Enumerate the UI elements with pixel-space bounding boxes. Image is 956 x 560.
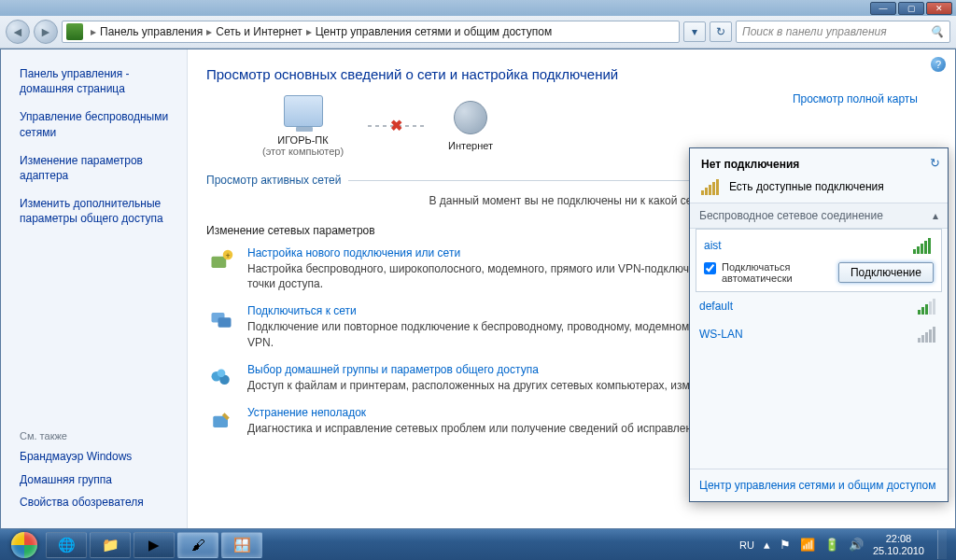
svg-point-7 — [218, 369, 226, 377]
chevron-right-icon: ▸ — [203, 25, 216, 38]
sidebar: Панель управления - домашняя страница Уп… — [1, 49, 188, 528]
signal-available-icon — [701, 178, 722, 195]
tray-date: 25.10.2010 — [873, 545, 924, 557]
taskbar: 🌐 📁 ▶ 🖌 🪟 RU ▴ ⚑ 📶 🔋 🔊 22:08 25.10.2010 — [0, 529, 956, 560]
homegroup-icon — [206, 363, 236, 393]
breadcrumb-item-0[interactable]: Панель управления — [100, 25, 203, 38]
sidebar-link-homegroup[interactable]: Домашняя группа — [20, 472, 176, 487]
internet-label: Интернет — [448, 140, 493, 151]
start-button[interactable] — [6, 531, 43, 558]
search-placeholder: Поиск в панели управления — [742, 25, 887, 38]
chevron-up-icon: ▴ — [933, 209, 938, 222]
svg-rect-0 — [212, 257, 227, 268]
network-item-wslan[interactable]: WS-LAN — [690, 320, 948, 348]
tray-time: 22:08 — [873, 533, 924, 545]
globe-icon — [454, 101, 487, 134]
show-desktop-button[interactable] — [937, 530, 947, 559]
tray-battery-icon[interactable]: 🔋 — [824, 538, 839, 552]
tray-show-hidden-icon[interactable]: ▴ — [764, 538, 770, 552]
chevron-right-icon: ▸ — [302, 25, 316, 38]
signal-strong-icon — [913, 237, 934, 254]
back-button[interactable]: ◄ — [6, 20, 30, 44]
flyout-header: Нет подключения Есть доступные подключен… — [690, 148, 948, 203]
task-homegroup-link[interactable]: Выбор домашней группы и параметров общег… — [247, 363, 539, 376]
connect-icon — [206, 304, 236, 334]
signal-weak-icon — [918, 326, 938, 343]
system-tray: RU ▴ ⚑ 📶 🔋 🔊 22:08 25.10.2010 — [739, 530, 950, 559]
window-titlebar: — ▢ ✕ — [0, 0, 956, 16]
page-title: Просмотр основных сведений о сети и наст… — [206, 66, 929, 82]
map-node-pc: ИГОРЬ-ПК (этот компьютер) — [262, 95, 344, 157]
task-new-connection-link[interactable]: Настройка нового подключения или сети — [247, 246, 460, 259]
flyout-wireless-header[interactable]: Беспроводное сетевое соединение ▴ — [690, 203, 948, 229]
network-ssid-wslan: WS-LAN — [699, 328, 743, 341]
flyout-wireless-label: Беспроводное сетевое соединение — [699, 209, 883, 222]
computer-icon — [284, 95, 323, 127]
network-item-default[interactable]: default — [690, 292, 948, 320]
network-flyout: ↻ Нет подключения Есть доступные подключ… — [689, 147, 949, 502]
windows-orb-icon — [11, 532, 37, 558]
connect-button[interactable]: Подключение — [838, 262, 934, 283]
taskbar-ie[interactable]: 🌐 — [46, 532, 87, 558]
address-toolbar: ◄ ► ▸ Панель управления ▸ Сеть и Интерне… — [0, 16, 956, 49]
help-icon[interactable]: ? — [931, 57, 946, 72]
pc-sub-label: (этот компьютер) — [262, 146, 344, 157]
control-panel-icon — [66, 23, 83, 40]
breadcrumb-item-1[interactable]: Сеть и Интернет — [216, 25, 302, 38]
network-item-aist-expanded[interactable]: aist Подключаться автоматически Подключе… — [696, 229, 942, 292]
language-indicator[interactable]: RU — [739, 539, 754, 551]
minimize-button[interactable]: — — [870, 2, 896, 15]
tray-network-icon[interactable]: 📶 — [800, 538, 815, 552]
network-ssid-default: default — [699, 300, 733, 313]
task-troubleshoot-desc: Диагностика и исправление сетевых пробле… — [247, 421, 708, 436]
maximize-button[interactable]: ▢ — [898, 2, 924, 15]
connection-broken-icon — [368, 125, 424, 127]
sidebar-home-link[interactable]: Панель управления - домашняя страница — [20, 66, 176, 96]
sidebar-link-adapter[interactable]: Изменение параметров адаптера — [20, 153, 176, 183]
flyout-center-link[interactable]: Центр управления сетями и общим доступом — [699, 479, 936, 492]
flyout-refresh-icon[interactable]: ↻ — [930, 156, 940, 170]
refresh-button[interactable]: ↻ — [710, 21, 732, 42]
dropdown-history-button[interactable]: ▾ — [683, 21, 706, 42]
svg-rect-4 — [218, 318, 232, 329]
task-connect-link[interactable]: Подключиться к сети — [247, 304, 357, 317]
forward-button[interactable]: ► — [34, 20, 58, 44]
signal-medium-icon — [918, 298, 938, 315]
change-settings-label: Изменение сетевых параметров — [206, 224, 375, 237]
map-node-internet: Интернет — [448, 101, 493, 151]
tray-volume-icon[interactable]: 🔊 — [849, 538, 864, 552]
tray-clock[interactable]: 22:08 25.10.2010 — [873, 533, 924, 556]
breadcrumb-item-2[interactable]: Центр управления сетями и общим доступом — [316, 25, 553, 38]
search-input[interactable]: Поиск в панели управления 🔍 — [736, 21, 950, 43]
close-button[interactable]: ✕ — [926, 2, 952, 15]
taskbar-control-panel[interactable]: 🪟 — [221, 532, 262, 558]
search-icon: 🔍 — [930, 25, 944, 38]
taskbar-explorer[interactable]: 📁 — [90, 532, 131, 558]
breadcrumb[interactable]: ▸ Панель управления ▸ Сеть и Интернет ▸ … — [62, 21, 680, 43]
auto-connect-checkbox[interactable]: Подключаться автоматически — [704, 261, 831, 284]
sidebar-link-internet-options[interactable]: Свойства обозревателя — [20, 495, 176, 510]
sidebar-see-also-title: См. также — [20, 430, 176, 441]
taskbar-mediaplayer[interactable]: ▶ — [134, 532, 175, 558]
troubleshoot-icon — [206, 406, 236, 436]
active-networks-label: Просмотр активных сетей — [206, 174, 341, 187]
taskbar-paint[interactable]: 🖌 — [177, 532, 218, 558]
chevron-right-icon: ▸ — [87, 25, 100, 38]
sidebar-link-sharing[interactable]: Изменить дополнительные параметры общего… — [20, 196, 176, 226]
pc-name-label: ИГОРЬ-ПК — [277, 134, 328, 146]
flyout-network-list: aist Подключаться автоматически Подключе… — [690, 229, 948, 469]
auto-connect-label: Подключаться автоматически — [722, 261, 831, 284]
sidebar-link-wireless[interactable]: Управление беспроводными сетями — [20, 109, 176, 139]
auto-connect-input[interactable] — [704, 262, 716, 274]
task-troubleshoot-link[interactable]: Устранение неполадок — [247, 406, 366, 419]
svg-text:+: + — [225, 251, 230, 260]
flyout-noconn-label: Нет подключения — [701, 158, 799, 171]
sidebar-link-firewall[interactable]: Брандмауэр Windows — [20, 449, 176, 464]
network-ssid-aist: aist — [704, 239, 722, 252]
flyout-available-label: Есть доступные подключения — [729, 180, 884, 193]
tray-flag-icon[interactable]: ⚑ — [780, 538, 791, 552]
new-connection-icon: + — [206, 246, 236, 276]
flyout-footer: Центр управления сетями и общим доступом — [690, 469, 948, 501]
